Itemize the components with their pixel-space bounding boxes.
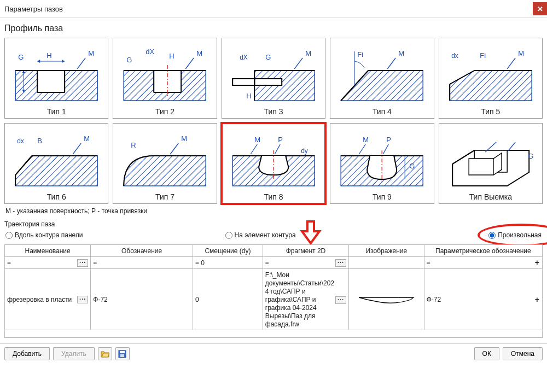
svg-text:Fi: Fi bbox=[480, 51, 486, 60]
svg-text:G: G bbox=[528, 152, 533, 160]
table-row[interactable]: фрезеровка в пласти··· Ф-72 0 F:\_Мои до… bbox=[5, 269, 543, 330]
svg-text:P: P bbox=[278, 136, 283, 144]
floppy-disk-icon bbox=[118, 350, 126, 358]
svg-text:M: M bbox=[254, 136, 260, 144]
svg-text:dy: dy bbox=[301, 147, 308, 155]
window-title: Параметры пазов bbox=[4, 5, 63, 13]
filter-image[interactable] bbox=[349, 257, 424, 269]
profile-tile-type3[interactable]: dX G M H Тип 3 bbox=[222, 38, 325, 119]
filter-fragment2d[interactable]: =··· bbox=[263, 257, 348, 269]
ellipsis-button[interactable]: ··· bbox=[335, 259, 346, 267]
profile-tile-type-vyemka[interactable]: G Тип Выемка bbox=[439, 123, 543, 204]
radio-along-contour[interactable]: Вдоль контура панели bbox=[5, 231, 222, 239]
plus-button[interactable]: + bbox=[533, 258, 541, 267]
profile-grid: G H M Тип 1 G dX H bbox=[4, 38, 543, 204]
col-paramdes[interactable]: Параметрическое обозначение bbox=[424, 245, 542, 257]
cancel-button[interactable]: Отмена bbox=[503, 347, 543, 360]
radio-arbitrary[interactable]: Произвольная bbox=[488, 231, 542, 239]
svg-text:M: M bbox=[182, 134, 188, 143]
cell-paramdes[interactable]: Ф-72 + bbox=[424, 269, 542, 330]
col-image[interactable]: Изображение bbox=[349, 245, 424, 257]
filter-designation[interactable]: = bbox=[91, 257, 193, 269]
bottom-toolbar: Добавить Удалить ОК Отмена bbox=[0, 343, 547, 364]
svg-text:M: M bbox=[398, 49, 404, 57]
profile-label: Тип 6 bbox=[7, 191, 106, 202]
filter-name[interactable]: =··· bbox=[5, 257, 91, 269]
svg-rect-61 bbox=[120, 354, 124, 357]
profile-icon-type8: M P dy bbox=[224, 126, 323, 191]
svg-text:H: H bbox=[46, 51, 51, 60]
profile-icon-type6: dx B M bbox=[7, 126, 106, 191]
svg-text:G: G bbox=[409, 162, 415, 170]
svg-text:R: R bbox=[131, 141, 136, 149]
titlebar: Параметры пазов ✕ bbox=[0, 0, 547, 18]
svg-text:dx: dx bbox=[17, 137, 24, 145]
trajectory-radios: Вдоль контура панели На элемент контура … bbox=[4, 230, 543, 241]
svg-text:M: M bbox=[197, 49, 203, 57]
profile-icon-type2: G dX H M bbox=[115, 40, 214, 106]
svg-rect-60 bbox=[120, 351, 125, 353]
trajectory-label: Траектория паза bbox=[4, 220, 543, 228]
profile-label: Тип 3 bbox=[224, 106, 323, 117]
delete-button[interactable]: Удалить bbox=[53, 347, 95, 360]
filter-offset[interactable]: = 0 bbox=[193, 257, 263, 269]
profile-label: Тип 4 bbox=[333, 106, 431, 117]
profile-label: Тип 1 bbox=[7, 106, 106, 117]
radio-along-label: Вдоль контура панели bbox=[15, 231, 83, 239]
svg-text:M: M bbox=[363, 136, 369, 144]
ellipsis-button[interactable]: ··· bbox=[77, 259, 88, 267]
profile-tile-type4[interactable]: Fi M Тип 4 bbox=[330, 38, 434, 119]
open-folder-button[interactable] bbox=[98, 347, 112, 360]
profile-icon-type1: G H M bbox=[7, 40, 106, 106]
ellipsis-button[interactable]: ··· bbox=[335, 296, 346, 304]
svg-text:Fi: Fi bbox=[357, 50, 363, 58]
col-offset[interactable]: Смещение (dy) bbox=[193, 245, 263, 257]
svg-rect-20 bbox=[232, 79, 254, 85]
ok-button[interactable]: ОК bbox=[474, 347, 499, 360]
svg-text:G: G bbox=[18, 53, 24, 61]
radio-arbitrary-label: Произвольная bbox=[498, 231, 542, 239]
cell-fragment2d[interactable]: F:\_Мои документы\Статьи\2024 год\САПР и… bbox=[263, 269, 348, 330]
profile-label: Тип 5 bbox=[441, 106, 540, 117]
profile-tile-type2[interactable]: G dX H M Тип 2 bbox=[113, 38, 217, 119]
cell-designation[interactable]: Ф-72 bbox=[91, 269, 193, 330]
profile-thumb-icon bbox=[356, 292, 416, 307]
profile-tile-type1[interactable]: G H M Тип 1 bbox=[4, 38, 108, 119]
profile-tile-type7[interactable]: R M Тип 7 bbox=[113, 123, 217, 204]
add-button[interactable]: Добавить bbox=[4, 347, 50, 360]
svg-text:dX: dX bbox=[240, 54, 248, 61]
col-name[interactable]: Наименование bbox=[5, 245, 91, 257]
profile-tile-type9[interactable]: M P G Тип 9 bbox=[330, 123, 434, 204]
cell-image[interactable] bbox=[349, 269, 424, 330]
radio-on-element[interactable]: На элемент контура bbox=[225, 231, 442, 239]
svg-text:H: H bbox=[170, 52, 174, 60]
profile-icon-type5: dx Fi M bbox=[441, 40, 540, 106]
profile-icon-type7: R M bbox=[115, 126, 214, 191]
cell-name[interactable]: фрезеровка в пласти··· bbox=[5, 269, 91, 330]
plus-button[interactable]: + bbox=[533, 295, 541, 304]
save-button[interactable] bbox=[115, 347, 130, 360]
profile-tile-type5[interactable]: dx Fi M Тип 5 bbox=[439, 38, 543, 119]
filter-paramdes[interactable]: = + bbox=[424, 257, 542, 269]
col-fragment2d[interactable]: Фрагмент 2D bbox=[263, 245, 348, 257]
cell-offset[interactable]: 0 bbox=[193, 269, 263, 330]
folder-open-icon bbox=[101, 350, 109, 358]
svg-text:dX: dX bbox=[146, 48, 155, 56]
svg-text:M: M bbox=[305, 49, 311, 57]
profile-tile-type6[interactable]: dx B M Тип 6 bbox=[4, 123, 108, 204]
profile-label: Тип 2 bbox=[115, 106, 214, 117]
svg-text:M: M bbox=[84, 134, 90, 143]
profile-tile-type8[interactable]: M P dy Тип 8 bbox=[222, 123, 325, 204]
slots-table: Наименование Обозначение Смещение (dy) Ф… bbox=[4, 244, 543, 338]
col-designation[interactable]: Обозначение bbox=[91, 245, 193, 257]
svg-text:G: G bbox=[265, 53, 271, 61]
profile-label: Тип 7 bbox=[115, 191, 214, 202]
svg-text:P: P bbox=[386, 136, 391, 144]
profile-label: Тип 8 bbox=[224, 191, 323, 202]
profile-icon-vyemka: G bbox=[441, 126, 540, 191]
close-icon[interactable]: ✕ bbox=[533, 2, 547, 15]
svg-text:G: G bbox=[127, 56, 132, 64]
section-profile-title: Профиль паза bbox=[4, 24, 543, 33]
legend-text: М - указанная поверхность; Р - точка при… bbox=[5, 207, 543, 215]
ellipsis-button[interactable]: ··· bbox=[77, 296, 88, 303]
